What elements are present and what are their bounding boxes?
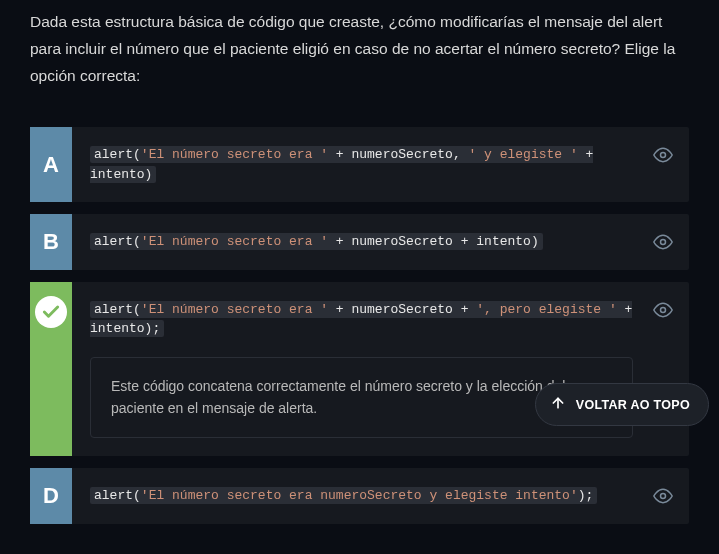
- option-badge: A: [30, 127, 72, 202]
- eye-icon[interactable]: [653, 232, 673, 252]
- option-badge: B: [30, 214, 72, 270]
- check-icon: [35, 296, 67, 328]
- option-code: alert('El número secreto era ' + numeroS…: [90, 145, 633, 184]
- option-d[interactable]: Dalert('El número secreto era numeroSecr…: [30, 468, 689, 524]
- svg-point-1: [661, 240, 666, 245]
- options-list: Aalert('El número secreto era ' + numero…: [30, 127, 689, 523]
- eye-icon[interactable]: [653, 486, 673, 506]
- option-c[interactable]: alert('El número secreto era ' + numeroS…: [30, 282, 689, 456]
- option-content: alert('El número secreto era ' + numeroS…: [72, 127, 689, 202]
- question-text: Dada esta estructura básica de código qu…: [30, 8, 689, 89]
- svg-point-3: [661, 494, 666, 499]
- svg-point-2: [661, 307, 666, 312]
- option-badge: [30, 282, 72, 456]
- option-content: alert('El número secreto era ' + numeroS…: [72, 282, 689, 456]
- option-badge: D: [30, 468, 72, 524]
- eye-icon[interactable]: [653, 145, 673, 165]
- option-code: alert('El número secreto era ' + numeroS…: [90, 300, 633, 339]
- svg-point-0: [661, 153, 666, 158]
- back-to-top-label: VOLTAR AO TOPO: [576, 398, 690, 412]
- option-a[interactable]: Aalert('El número secreto era ' + numero…: [30, 127, 689, 202]
- arrow-up-icon: [550, 395, 566, 414]
- option-content: alert('El número secreto era numeroSecre…: [72, 468, 689, 524]
- eye-icon[interactable]: [653, 300, 673, 320]
- back-to-top-button[interactable]: VOLTAR AO TOPO: [535, 383, 709, 426]
- option-content: alert('El número secreto era ' + numeroS…: [72, 214, 689, 270]
- option-b[interactable]: Balert('El número secreto era ' + numero…: [30, 214, 689, 270]
- option-code: alert('El número secreto era ' + numeroS…: [90, 232, 633, 252]
- option-code: alert('El número secreto era numeroSecre…: [90, 486, 633, 506]
